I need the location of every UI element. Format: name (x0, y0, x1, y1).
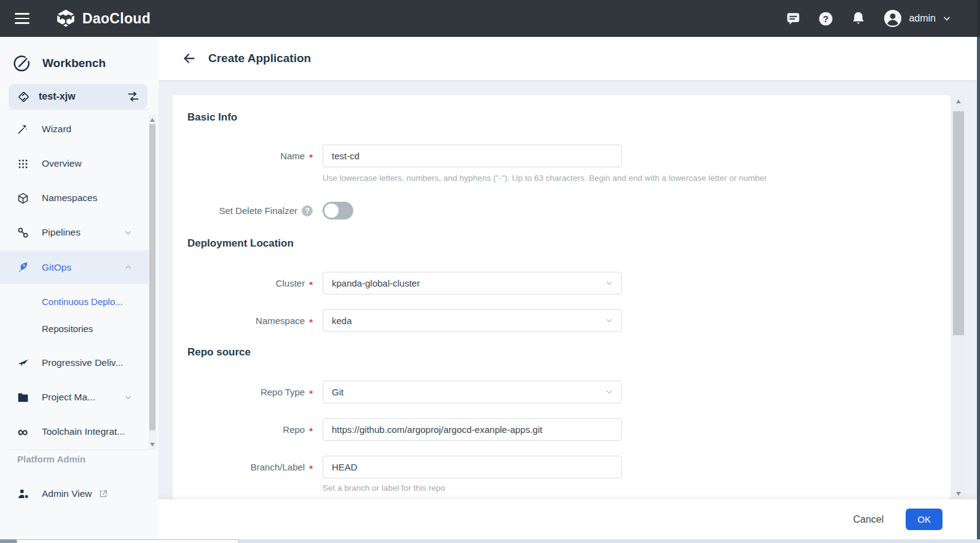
sidebar-scrollbar[interactable] (149, 115, 156, 450)
window-bottom-strip (0, 539, 980, 543)
repo-label: Repo (283, 424, 305, 435)
user-menu[interactable]: admin (883, 9, 952, 28)
admin-user-icon (16, 488, 29, 501)
name-field-row: Name * (173, 145, 622, 167)
hamburger-menu-icon[interactable] (15, 13, 29, 24)
chevron-down-icon (605, 316, 614, 325)
required-marker: * (309, 152, 313, 162)
repo-type-field-row: Repo Type * Git (173, 381, 622, 403)
finalizer-field-row: Set Delete Finalzer ? (173, 202, 353, 220)
branch-field-row: Branch/Label * (173, 456, 622, 478)
notifications-bell-icon[interactable] (850, 10, 866, 26)
switch-workspace-icon[interactable] (127, 90, 140, 103)
section-deployment-location: Deployment Location (187, 237, 294, 250)
scroll-up-arrow[interactable] (956, 100, 961, 103)
bird-icon (16, 357, 29, 370)
scroll-up-arrow[interactable] (150, 118, 155, 122)
section-basic-info: Basic Info (187, 111, 237, 124)
scrollbar-thumb[interactable] (953, 111, 964, 335)
topbar: DaoCloud ? admin (0, 0, 980, 37)
required-marker: * (309, 279, 313, 290)
scroll-down-arrow[interactable] (150, 443, 155, 446)
platform-admin-section-label: Platform Admin (17, 454, 85, 464)
branch-input[interactable] (323, 456, 621, 478)
section-repo-source: Repo source (187, 346, 251, 359)
cancel-button[interactable]: Cancel (853, 514, 884, 525)
window-edge-strip (977, 0, 980, 543)
sidebar-subitem-continuous-deployment[interactable]: Continuous Deplo... (0, 288, 149, 315)
scroll-down-arrow[interactable] (956, 492, 961, 496)
repo-type-label: Repo Type (261, 387, 305, 397)
sidebar-item-namespaces[interactable]: Namespaces (0, 181, 149, 215)
brand-logo[interactable]: DaoCloud (55, 9, 151, 28)
sidebar-item-overview[interactable]: Overview (0, 146, 149, 181)
branch-hint: Set a branch or label for this repo (323, 483, 445, 493)
daocloud-logo-icon (55, 9, 76, 28)
app-window: DaoCloud ? admin (0, 0, 980, 543)
page-title: Create Application (208, 52, 311, 65)
product-title: Workbench (42, 57, 106, 70)
chevron-down-icon (942, 14, 952, 23)
repo-field-row: Repo * (173, 418, 622, 441)
sidebar-product: Workbench (0, 48, 106, 79)
chevron-down-icon (123, 393, 133, 402)
cluster-field-row: Cluster * kpanda-global-cluster (173, 272, 622, 295)
workspace-icon (17, 90, 30, 103)
namespace-field-row: Namespace * keda (173, 309, 622, 332)
required-marker: * (309, 463, 313, 474)
finalizer-toggle[interactable] (323, 202, 353, 220)
repo-type-select[interactable]: Git (323, 381, 622, 403)
sidebar-divider (9, 450, 149, 450)
topbar-actions: ? admin (785, 9, 952, 28)
sidebar-item-pipelines[interactable]: Pipelines (0, 215, 149, 250)
grid-dots-icon (16, 158, 29, 170)
svg-text:?: ? (823, 13, 829, 23)
avatar-icon (883, 9, 903, 28)
ok-button[interactable]: OK (906, 509, 943, 530)
required-marker: * (309, 426, 313, 436)
required-marker: * (309, 317, 313, 327)
rocket-icon (16, 261, 29, 274)
create-application-form: Basic Info Name * Use lowercase letters,… (173, 95, 951, 499)
infinity-icon: ∞ (16, 425, 29, 439)
messages-icon[interactable] (785, 10, 801, 26)
form-footer: Cancel OK (159, 499, 977, 539)
cluster-select[interactable]: kpanda-global-cluster (323, 272, 622, 295)
sidebar-item-admin-view[interactable]: Admin View (0, 477, 149, 511)
chevron-up-icon (123, 263, 133, 272)
namespace-label: Namespace (256, 315, 305, 326)
chevron-down-icon (605, 387, 614, 397)
namespace-select[interactable]: keda (323, 309, 622, 332)
cluster-label: Cluster (276, 278, 305, 288)
folder-icon (16, 391, 29, 404)
name-label: Name (280, 151, 305, 161)
back-arrow-icon[interactable] (181, 50, 197, 66)
wizard-wand-icon (16, 123, 29, 135)
required-marker: * (309, 388, 313, 398)
page-header: Create Application (159, 37, 977, 80)
workspace-selector[interactable]: test-xjw (9, 84, 147, 109)
scrollbar-thumb[interactable] (149, 124, 155, 430)
sidebar-divider (9, 109, 149, 110)
repo-input[interactable] (323, 419, 621, 440)
sidebar-item-gitops[interactable]: GitOps (0, 250, 149, 284)
help-icon[interactable]: ? (818, 10, 834, 26)
name-hint: Use lowercase letters, numbers, and hyph… (323, 173, 767, 183)
external-link-icon (98, 489, 108, 499)
sidebar-item-toolchain-integration[interactable]: ∞ Toolchain Integrat... (0, 414, 149, 449)
brand-name: DaoCloud (82, 10, 151, 27)
finalizer-help-icon[interactable]: ? (302, 205, 313, 216)
sidebar: Workbench test-xjw Wizard (0, 37, 159, 543)
chevron-down-icon (605, 279, 614, 288)
pipelines-icon (16, 226, 29, 239)
sidebar-item-project-management[interactable]: Project Ma... (0, 380, 149, 414)
content-scrollbar[interactable] (952, 97, 965, 499)
sidebar-item-progressive-delivery[interactable]: Progressive Deliv... (0, 346, 149, 380)
sidebar-subitem-repositories[interactable]: Repositories (0, 315, 149, 342)
branch-label: Branch/Label (251, 462, 305, 472)
chevron-down-icon (123, 228, 133, 237)
name-input[interactable] (323, 145, 621, 167)
toggle-knob (324, 204, 339, 218)
sidebar-item-wizard[interactable]: Wizard (0, 112, 149, 146)
cube-icon (16, 192, 29, 205)
